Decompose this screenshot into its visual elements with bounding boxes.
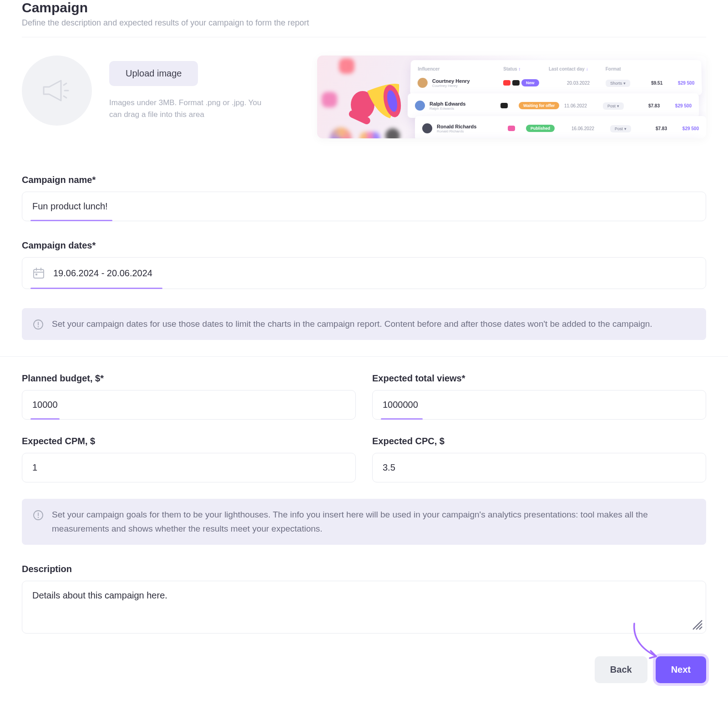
expected-cpc-label: Expected CPC, $ [372, 436, 706, 446]
page-title: Campaign [22, 0, 706, 15]
megaphone-icon [41, 77, 73, 104]
upload-image-button[interactable]: Upload image [109, 61, 198, 86]
campaign-dates-field[interactable] [22, 257, 706, 289]
planned-budget-field[interactable] [22, 390, 356, 420]
page-header: Campaign Define the description and expe… [22, 0, 706, 37]
preview-header-lastcontact: Last contact day ↓ [549, 66, 606, 71]
svg-rect-8 [35, 274, 37, 275]
campaign-dates-input[interactable] [53, 268, 696, 279]
expected-cpm-field[interactable] [22, 453, 356, 482]
svg-line-17 [699, 627, 702, 629]
expected-views-field[interactable] [372, 390, 706, 420]
expected-cpc-field[interactable] [372, 453, 706, 482]
campaign-name-field[interactable] [22, 192, 706, 221]
preview-row: Ralph EdwardsRalph Edwards Waiting for o… [415, 98, 692, 113]
description-field[interactable] [22, 581, 706, 634]
info-icon [33, 319, 44, 330]
footer-actions: Back Next [22, 656, 706, 683]
planned-budget-label: Planned budget, $* [22, 373, 356, 384]
section-divider [0, 356, 728, 357]
dates-info-banner: Set your campaign dates for use those da… [22, 308, 706, 340]
expected-views-label: Expected total views* [372, 373, 706, 384]
description-label: Description [22, 564, 706, 574]
next-button[interactable]: Next [656, 656, 706, 683]
campaign-dates-label: Campaign dates* [22, 240, 706, 251]
preview-row: Courtney HenryCourtney Henry New 20.03.2… [417, 75, 694, 91]
calendar-icon [32, 267, 45, 279]
description-input[interactable] [32, 590, 696, 622]
page-subtitle: Define the description and expected resu… [22, 18, 706, 28]
campaign-name-label: Campaign name* [22, 175, 706, 185]
dates-info-text: Set your campaign dates for use those da… [52, 317, 652, 331]
megaphone-illustration-icon [344, 68, 404, 127]
campaign-preview-illustration: Influencer Status ↕ Last contact day ↓ F… [317, 56, 706, 138]
svg-point-14 [38, 517, 39, 518]
goals-info-text: Set your campaign goals for them to be y… [52, 508, 695, 536]
campaign-name-input[interactable] [32, 201, 696, 212]
upload-hint: Images under 3MB. Format .png or .jpg. Y… [109, 97, 264, 120]
info-icon [33, 510, 44, 521]
resize-handle-icon[interactable] [690, 618, 703, 630]
expected-cpc-input[interactable] [383, 462, 696, 473]
preview-row: Ronald RichardsRonald Richards Published… [422, 121, 699, 136]
back-button[interactable]: Back [595, 656, 647, 683]
expected-views-input[interactable] [383, 400, 696, 410]
planned-budget-input[interactable] [32, 400, 345, 410]
expected-cpm-input[interactable] [32, 462, 345, 473]
expected-cpm-label: Expected CPM, $ [22, 436, 356, 446]
svg-point-11 [38, 326, 39, 327]
goals-info-banner: Set your campaign goals for them to be y… [22, 499, 706, 545]
upload-block: Upload image Images under 3MB. Format .p… [22, 56, 264, 126]
svg-line-16 [696, 624, 702, 629]
preview-header-status: Status ↕ [503, 66, 549, 71]
preview-header-influencer: Influencer [418, 66, 503, 71]
upload-row: Upload image Images under 3MB. Format .p… [22, 56, 706, 138]
preview-header-format: Format [606, 66, 637, 71]
upload-dropzone[interactable] [22, 56, 92, 126]
svg-rect-4 [34, 269, 44, 278]
